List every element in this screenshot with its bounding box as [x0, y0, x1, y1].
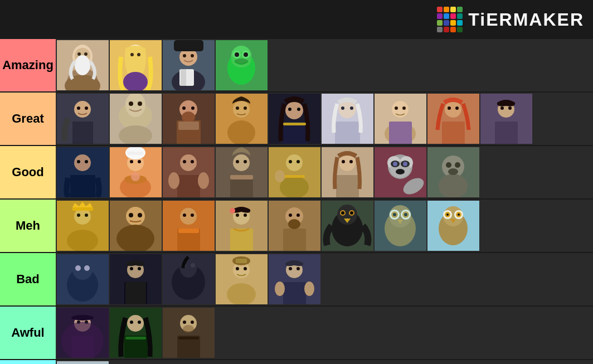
list-item	[427, 147, 479, 197]
svg-point-213	[244, 267, 247, 270]
svg-point-197	[84, 265, 90, 271]
svg-rect-157	[230, 229, 253, 251]
svg-point-141	[85, 213, 88, 217]
svg-point-158	[236, 213, 239, 217]
svg-point-57	[288, 108, 291, 111]
tier-label-awful: Awful	[0, 307, 56, 359]
tier-label-bad: Bad	[0, 253, 56, 305]
svg-point-150	[180, 208, 197, 225]
tier-content-amazing	[56, 39, 593, 91]
svg-point-144	[126, 207, 145, 226]
tier-table: Amazing	[0, 39, 593, 364]
logo-cell	[444, 13, 449, 19]
svg-rect-142	[72, 207, 93, 211]
svg-rect-70	[389, 122, 412, 144]
svg-point-47	[182, 111, 195, 123]
svg-point-191	[446, 213, 449, 216]
svg-point-96	[180, 154, 197, 171]
svg-point-192	[458, 213, 460, 216]
logo-cell	[457, 7, 463, 12]
svg-point-152	[183, 213, 186, 217]
svg-rect-218	[283, 282, 306, 304]
list-item	[216, 254, 268, 304]
svg-point-240	[191, 321, 194, 324]
svg-point-111	[289, 160, 292, 163]
svg-point-28	[235, 52, 239, 57]
svg-rect-183	[375, 201, 426, 251]
tier-label-great: Great	[0, 93, 56, 145]
svg-rect-92	[128, 152, 143, 155]
tier-label-zhantiri: Zhan Tiri	[0, 360, 56, 364]
logo-cell	[437, 20, 443, 26]
svg-point-94	[131, 172, 140, 181]
logo-cell	[437, 27, 443, 32]
svg-point-219	[289, 267, 292, 270]
list-item	[375, 94, 426, 144]
svg-point-82	[74, 154, 91, 171]
svg-point-195	[72, 260, 93, 280]
list-item	[322, 201, 373, 251]
svg-point-160	[230, 208, 235, 213]
tier-content-great	[56, 93, 593, 145]
svg-point-90	[138, 160, 141, 163]
svg-point-79	[500, 106, 504, 110]
svg-point-63	[341, 106, 344, 110]
svg-rect-243	[57, 361, 109, 364]
svg-point-98	[183, 160, 186, 163]
svg-point-32	[74, 101, 91, 118]
list-item	[110, 94, 162, 144]
tier-content-bad	[56, 253, 593, 305]
svg-point-84	[77, 160, 80, 163]
logo-cell	[437, 7, 443, 12]
list-item	[110, 147, 162, 197]
logo-cell	[450, 13, 456, 19]
tier-row-good: Good	[0, 146, 593, 200]
list-item	[110, 308, 162, 358]
svg-point-134	[446, 162, 451, 168]
svg-point-114	[275, 170, 285, 182]
svg-point-159	[244, 213, 247, 217]
svg-point-19	[191, 54, 194, 57]
svg-point-133	[439, 174, 468, 197]
svg-rect-62	[335, 122, 360, 144]
list-item	[110, 40, 162, 90]
svg-point-55	[285, 101, 303, 119]
tier-row-zhantiri: Zhan Tiri	[0, 360, 593, 364]
svg-point-212	[236, 267, 239, 270]
tier-row-amazing: Amazing	[0, 39, 593, 93]
svg-rect-78	[495, 122, 518, 144]
list-item	[480, 94, 532, 144]
svg-point-233	[130, 321, 133, 324]
svg-point-147	[138, 213, 142, 217]
tier-row-awful: Awful	[0, 307, 593, 360]
svg-point-164	[289, 213, 292, 217]
svg-point-112	[296, 160, 300, 163]
list-item	[216, 201, 268, 251]
svg-rect-154	[178, 229, 199, 233]
list-item	[269, 201, 320, 251]
svg-rect-17	[174, 40, 203, 51]
logo-cell	[444, 27, 449, 32]
svg-rect-48	[178, 122, 199, 130]
list-item	[57, 40, 109, 90]
list-item	[57, 147, 109, 197]
header: TiERMAKER	[0, 0, 593, 39]
svg-point-172	[341, 211, 344, 215]
svg-point-234	[138, 321, 141, 324]
svg-point-136	[448, 168, 458, 175]
svg-point-165	[296, 213, 300, 217]
list-item	[163, 147, 215, 197]
svg-point-241	[183, 325, 194, 333]
svg-point-85	[85, 160, 88, 163]
logo-cell	[450, 20, 456, 26]
tier-content-zhantiri	[56, 360, 593, 364]
list-item	[269, 254, 320, 304]
svg-rect-203	[125, 282, 146, 304]
svg-point-40	[138, 101, 142, 106]
list-item	[322, 94, 373, 144]
svg-point-228	[71, 315, 94, 321]
svg-point-69	[402, 106, 406, 110]
svg-point-53	[244, 106, 247, 110]
list-item	[216, 147, 268, 197]
svg-point-201	[130, 267, 133, 270]
